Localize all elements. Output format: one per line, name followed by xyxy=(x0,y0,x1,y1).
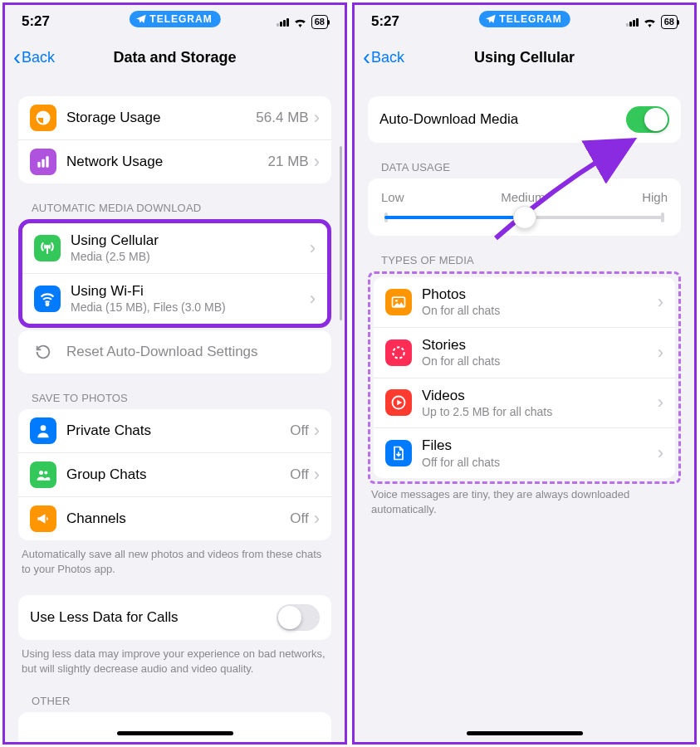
footer-less-data: Using less data may improve your experie… xyxy=(22,647,328,676)
stories-icon xyxy=(385,339,412,366)
svg-point-10 xyxy=(395,300,398,302)
slider-thumb[interactable] xyxy=(513,206,536,229)
slider-label-medium: Medium xyxy=(501,190,545,204)
toggle-auto-download[interactable] xyxy=(626,106,669,133)
chevron-right-icon: › xyxy=(658,342,663,364)
page-title: Using Cellular xyxy=(355,49,694,66)
home-indicator[interactable] xyxy=(467,731,583,735)
svg-point-11 xyxy=(393,347,404,358)
telegram-icon xyxy=(484,13,496,25)
row-use-less-data[interactable]: Use Less Data for Calls xyxy=(18,595,331,640)
row-photos[interactable]: Photos On for all chats › xyxy=(374,277,675,327)
status-app-label: TELEGRAM xyxy=(499,13,561,25)
back-button[interactable]: ‹ Back xyxy=(363,49,404,66)
row-network-usage[interactable]: Network Usage 21 MB › xyxy=(18,139,331,183)
person-icon xyxy=(30,417,56,444)
row-private-chats[interactable]: Private Chats Off › xyxy=(18,409,331,452)
svg-point-6 xyxy=(41,425,47,431)
highlight-automatic-download: Using Cellular Media (2.5 MB) › Using Wi… xyxy=(18,219,331,328)
status-bar: 5:27 TELEGRAM 68 xyxy=(5,5,345,38)
row-title: Storage Usage xyxy=(66,109,256,126)
status-right: 68 xyxy=(626,15,678,29)
row-title: Auto-Download Media xyxy=(379,110,626,128)
row-value: Off xyxy=(290,510,308,527)
row-value: Off xyxy=(290,466,308,483)
row-using-cellular[interactable]: Using Cellular Media (2.5 MB) › xyxy=(22,223,327,273)
back-label: Back xyxy=(371,49,404,66)
back-label: Back xyxy=(22,49,55,66)
section-header-other: OTHER xyxy=(32,695,331,707)
chevron-right-icon: › xyxy=(658,291,663,313)
row-stories[interactable]: Stories On for all chats › xyxy=(374,327,675,378)
row-title: Use Less Data for Calls xyxy=(30,608,277,626)
row-value: 21 MB xyxy=(268,154,309,170)
telegram-icon xyxy=(135,13,146,25)
row-title: Stories xyxy=(422,336,658,354)
row-subtitle: Media (2.5 MB) xyxy=(71,250,310,265)
back-button[interactable]: ‹ Back xyxy=(13,49,55,66)
section-header-types: TYPES OF MEDIA xyxy=(381,254,681,266)
row-storage-usage[interactable]: Storage Usage 56.4 MB › xyxy=(18,96,331,139)
row-title: Using Wi-Fi xyxy=(71,282,310,300)
row-reset-autodownload[interactable]: Reset Auto-Download Settings xyxy=(18,330,331,374)
nav-bar: ‹ Back Using Cellular xyxy=(355,38,694,76)
wifi-row-icon xyxy=(34,286,61,312)
chevron-right-icon: › xyxy=(310,288,316,310)
page-title: Data and Storage xyxy=(5,49,345,66)
status-app-label: TELEGRAM xyxy=(149,13,212,25)
wifi-icon xyxy=(643,17,657,27)
group-icon xyxy=(30,461,56,488)
battery-icon: 68 xyxy=(311,15,328,29)
scroll-indicator xyxy=(340,146,342,320)
row-subtitle: Off for all chats xyxy=(422,456,658,471)
slider-label-high: High xyxy=(642,190,668,204)
row-files[interactable]: Files Off for all chats › xyxy=(374,427,675,478)
row-title: Network Usage xyxy=(66,153,268,170)
row-value: 56.4 MB xyxy=(256,110,308,126)
row-title: Private Chats xyxy=(66,422,290,439)
chevron-right-icon: › xyxy=(314,508,320,530)
svg-point-5 xyxy=(47,303,49,305)
section-header-data-usage: DATA USAGE xyxy=(381,161,681,173)
section-header-save: SAVE TO PHOTOS xyxy=(32,392,331,404)
status-pill-telegram[interactable]: TELEGRAM xyxy=(478,11,570,27)
phone-data-and-storage: 5:27 TELEGRAM 68 ‹ Back Data and Storage xyxy=(2,2,347,745)
storage-icon xyxy=(30,105,56,131)
row-channels[interactable]: Channels Off › xyxy=(18,496,331,540)
row-value: Off xyxy=(290,422,308,439)
home-indicator[interactable] xyxy=(117,731,233,735)
row-using-wifi[interactable]: Using Wi-Fi Media (15 MB), Files (3.0 MB… xyxy=(22,273,327,324)
files-icon xyxy=(385,440,412,466)
chevron-right-icon: › xyxy=(314,420,320,442)
row-title: Group Chats xyxy=(66,466,290,483)
chevron-right-icon: › xyxy=(314,464,320,486)
row-group-chats[interactable]: Group Chats Off › xyxy=(18,452,331,496)
svg-rect-1 xyxy=(37,162,40,168)
cellular-icon xyxy=(34,235,61,261)
row-subtitle: Up to 2.5 MB for all chats xyxy=(422,405,658,420)
footer-voice-messages: Voice messages are tiny, they are always… xyxy=(371,487,678,517)
status-right: 68 xyxy=(277,15,328,29)
row-title: Videos xyxy=(422,387,658,404)
chevron-right-icon: › xyxy=(314,151,320,173)
row-videos[interactable]: Videos Up to 2.5 MB for all chats › xyxy=(374,378,675,428)
nav-bar: ‹ Back Data and Storage xyxy=(5,38,345,76)
status-time: 5:27 xyxy=(371,13,399,30)
chevron-right-icon: › xyxy=(658,442,663,464)
row-auto-download-media[interactable]: Auto-Download Media xyxy=(368,96,681,143)
battery-icon: 68 xyxy=(661,15,678,29)
signal-icon xyxy=(626,17,639,27)
row-other-peek xyxy=(18,712,331,742)
status-bar: 5:27 TELEGRAM 68 xyxy=(355,5,694,38)
reset-icon xyxy=(30,339,56,365)
chevron-right-icon: › xyxy=(658,392,663,413)
row-subtitle: On for all chats xyxy=(422,304,658,319)
toggle-less-data[interactable] xyxy=(277,604,320,631)
slider-data-usage[interactable]: Low Medium High xyxy=(368,178,681,236)
slider-label-low: Low xyxy=(381,190,404,204)
megaphone-icon xyxy=(30,505,56,532)
status-pill-telegram[interactable]: TELEGRAM xyxy=(129,11,220,27)
row-title: Using Cellular xyxy=(71,232,310,249)
highlight-types-of-media: Photos On for all chats › Stories On for… xyxy=(368,271,681,484)
svg-rect-3 xyxy=(46,156,48,167)
